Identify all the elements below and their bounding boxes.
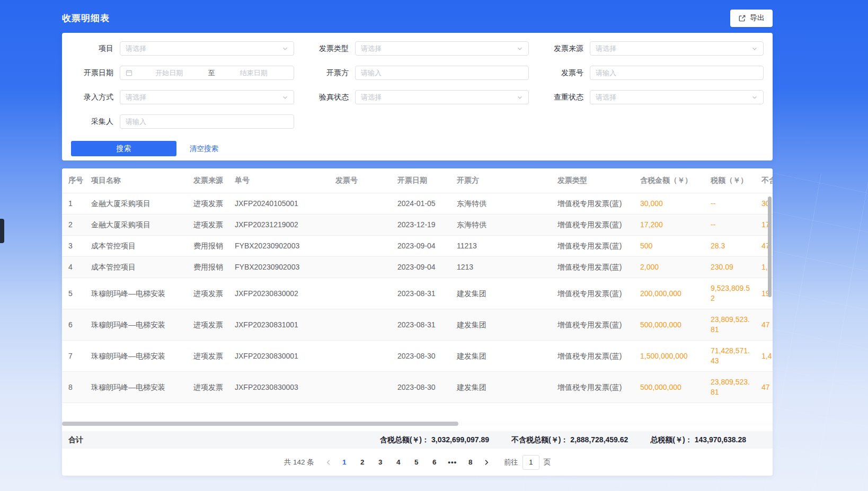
cell-project-name: 珠穆朗玛峰—电梯安装	[86, 278, 188, 309]
goto-page-input[interactable]	[522, 455, 539, 470]
cell-project-name: 珠穆朗玛峰—电梯安装	[86, 372, 188, 403]
search-button[interactable]: 搜索	[71, 141, 176, 156]
cell-invoice-no	[330, 236, 392, 257]
filter-label-verify-status: 验真状态	[294, 90, 355, 104]
filter-label-collector: 采集人	[62, 114, 120, 129]
total-tax: 总税额(￥)：143,970,638.28	[650, 435, 746, 445]
column-header-amount-without-tax: 不含税金额（￥）	[756, 168, 773, 193]
table-row[interactable]: 6 珠穆朗玛峰—电梯安装 进项发票 JXFP20230831001 2023-0…	[62, 309, 773, 341]
cell-project-name: 珠穆朗玛峰—电梯安装	[86, 341, 188, 372]
collector-input-wrap	[120, 114, 294, 129]
cell-doc-no: JXFP20230830003	[229, 372, 330, 403]
page-number-1[interactable]: 1	[338, 456, 351, 469]
total-amount-without-tax: 不含税总额(￥)：2,888,728,459.62	[511, 435, 628, 445]
cell-invoice-no	[330, 278, 392, 309]
invoice-date-range-picker[interactable]: 开始日期 至 结束日期	[120, 66, 294, 80]
export-icon	[738, 14, 746, 22]
export-button-label: 导出	[750, 13, 765, 23]
goto-page-label: 前往	[504, 458, 518, 467]
cell-amount-with-tax: 200,000,000	[635, 278, 705, 309]
horizontal-scrollbar-track[interactable]	[62, 422, 773, 426]
cell-invoice-source: 进项发票	[188, 215, 229, 236]
page-number-4[interactable]: 4	[392, 456, 405, 469]
column-header-invoice-date: 开票日期	[392, 168, 451, 193]
cell-invoice-type: 增值税专用发票(蓝)	[552, 236, 635, 257]
invoice-source-select[interactable]: 请选择	[590, 41, 764, 56]
column-header-amount-with-tax: 含税金额（￥）	[635, 168, 705, 193]
issuer-input[interactable]	[361, 66, 523, 79]
verify-status-select[interactable]: 请选择	[355, 90, 529, 104]
cell-invoice-no	[330, 372, 392, 403]
chevron-down-icon	[517, 94, 523, 101]
cell-index: 3	[62, 236, 86, 257]
cell-amount-with-tax: 500,000,000	[635, 372, 705, 403]
cell-issuer: 建发集团	[451, 372, 552, 403]
cell-invoice-date: 2024-01-05	[392, 193, 451, 215]
page-number-5[interactable]: 5	[410, 456, 423, 469]
cell-doc-no: JXFP20231219002	[229, 215, 330, 236]
column-header-invoice-no: 发票号	[330, 168, 392, 193]
invoice-type-select[interactable]: 请选择	[355, 41, 529, 56]
vertical-scrollbar[interactable]	[768, 197, 772, 297]
invoice-no-input-wrap	[590, 66, 764, 80]
table-row[interactable]: 4 成本管控项目 费用报销 FYBX20230902003 2023-09-04…	[62, 257, 773, 278]
summary-total-label: 合计	[68, 435, 83, 445]
table-row[interactable]: 8 珠穆朗玛峰—电梯安装 进项发票 JXFP20230830003 2023-0…	[62, 372, 773, 403]
cell-issuer: 建发集团	[451, 309, 552, 341]
cell-amount-without-tax: 47	[756, 372, 773, 403]
table-row[interactable]: 3 成本管控项目 费用报销 FYBX20230902003 2023-09-04…	[62, 236, 773, 257]
cell-index: 4	[62, 257, 86, 278]
cell-invoice-source: 进项发票	[188, 309, 229, 341]
side-drawer-handle[interactable]	[0, 219, 4, 243]
dup-check-status-select[interactable]: 请选择	[590, 90, 764, 104]
cell-project-name: 成本管控项目	[86, 236, 188, 257]
entry-method-select[interactable]: 请选择	[120, 90, 294, 104]
cell-tax: --	[705, 215, 756, 236]
page-number-6[interactable]: 6	[428, 456, 441, 469]
pagination-total-count: 共 142 条	[284, 458, 314, 467]
column-header-invoice-type: 发票类型	[552, 168, 635, 193]
filter-label-entry-method: 录入方式	[62, 90, 120, 104]
chevron-down-icon	[282, 94, 288, 101]
cell-index: 7	[62, 341, 86, 372]
cell-index: 1	[62, 193, 86, 215]
filter-label-invoice-source: 发票来源	[529, 41, 590, 56]
cell-tax: 230.09	[705, 257, 756, 278]
next-page-button[interactable]	[480, 456, 493, 469]
cell-invoice-type: 增值税专用发票(蓝)	[552, 278, 635, 309]
invoice-no-input[interactable]	[596, 66, 758, 79]
table-row[interactable]: 5 珠穆朗玛峰—电梯安装 进项发票 JXFP20230830002 2023-0…	[62, 278, 773, 309]
cell-invoice-type: 增值税专用发票(蓝)	[552, 257, 635, 278]
end-date-placeholder[interactable]: 结束日期	[219, 68, 289, 78]
cell-doc-no: JXFP20240105001	[229, 193, 330, 215]
cell-doc-no: JXFP20230830002	[229, 278, 330, 309]
cell-amount-with-tax: 500,000,000	[635, 309, 705, 341]
table-row[interactable]: 2 金融大厦采购项目 进项发票 JXFP20231219002 2023-12-…	[62, 215, 773, 236]
table-row[interactable]: 1 金融大厦采购项目 进项发票 JXFP20240105001 2024-01-…	[62, 193, 773, 215]
filter-label-dup-check-status: 查重状态	[529, 90, 590, 104]
horizontal-scrollbar-thumb[interactable]	[62, 422, 458, 426]
filter-panel: 项目 请选择 发票类型 请选择 发票来源 请选择 开票日期	[62, 33, 773, 160]
project-select[interactable]: 请选择	[120, 41, 294, 56]
clear-search-link[interactable]: 清空搜索	[190, 144, 218, 154]
filter-label-invoice-date: 开票日期	[62, 66, 120, 80]
cell-amount-with-tax: 1,500,000,000	[635, 341, 705, 372]
pagination-ellipsis[interactable]: •••	[446, 456, 459, 469]
cell-invoice-no	[330, 257, 392, 278]
collector-input[interactable]	[126, 115, 288, 128]
page-number-2[interactable]: 2	[356, 456, 369, 469]
invoice-report-page: 收票明细表 导出 项目 请选择 发票类型 请选择 发	[0, 0, 868, 491]
prev-page-button[interactable]	[322, 456, 335, 469]
start-date-placeholder[interactable]: 开始日期	[135, 68, 204, 78]
page-number-8[interactable]: 8	[464, 456, 477, 469]
cell-invoice-source: 进项发票	[188, 372, 229, 403]
chevron-down-icon	[517, 46, 523, 52]
table-row[interactable]: 7 珠穆朗玛峰—电梯安装 进项发票 JXFP20230830001 2023-0…	[62, 341, 773, 372]
date-range-separator: 至	[206, 68, 217, 78]
page-number-3[interactable]: 3	[374, 456, 387, 469]
cell-doc-no: FYBX20230902003	[229, 236, 330, 257]
column-header-issuer: 开票方	[451, 168, 552, 193]
export-button[interactable]: 导出	[730, 10, 773, 27]
cell-invoice-date: 2023-08-30	[392, 372, 451, 403]
cell-invoice-no	[330, 309, 392, 341]
